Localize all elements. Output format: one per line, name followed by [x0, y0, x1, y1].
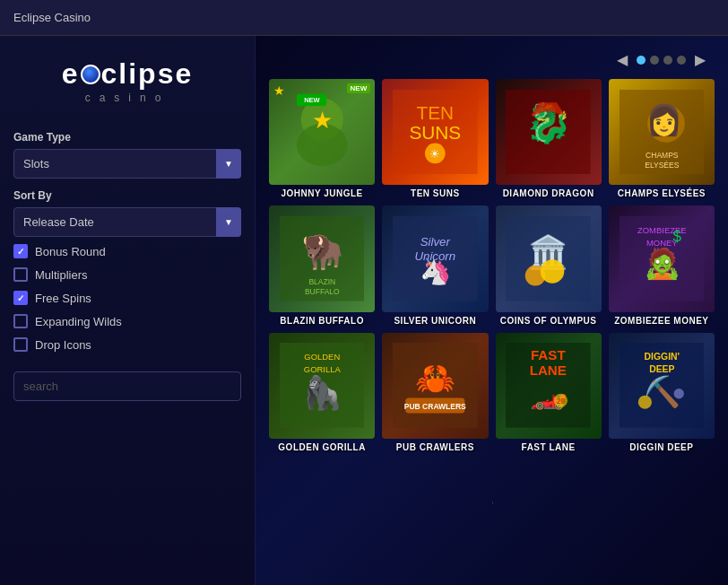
game-card-silver-unicorn[interactable]: Silver Unicorn 🦄 SILVER UNICORN — [382, 205, 488, 325]
sort-by-select[interactable]: Release Date — [13, 207, 241, 237]
svg-text:BLAZIN: BLAZIN — [308, 277, 335, 286]
logo-dot-icon — [81, 65, 100, 84]
svg-text:FAST: FAST — [531, 347, 566, 362]
svg-text:Silver: Silver — [420, 235, 451, 249]
blazin-buffalo-title: BLAZIN BUFFALO — [269, 316, 375, 326]
game-card-fast-lane[interactable]: FAST LANE 🏎️ 29 FAST LANE — [496, 333, 602, 452]
svg-text:CHAMPS: CHAMPS — [646, 151, 679, 160]
svg-text:SUNS: SUNS — [409, 122, 461, 143]
carousel-dots — [637, 56, 686, 65]
carousel-dot-4[interactable] — [677, 56, 686, 65]
filter-free-spins[interactable]: Free Spins — [13, 291, 241, 305]
svg-text:🧟: 🧟 — [643, 246, 680, 282]
tab-eclipse-casino[interactable]: Eclipse Casino — [13, 11, 91, 24]
game-thumb-fast-lane: FAST LANE 🏎️ 29 — [496, 333, 602, 439]
fast-lane-title: FAST LANE — [496, 442, 602, 452]
svg-text:GORILLA: GORILLA — [304, 364, 342, 374]
filter-multipliers[interactable]: Multipliers — [13, 267, 241, 282]
star-badge-icon: ★ — [273, 83, 285, 98]
svg-point-54 — [673, 389, 683, 398]
game-card-golden-gorilla[interactable]: GOLDEN GORILLA 🦍 GOLDEN GORILLA — [269, 333, 375, 452]
expanding-wilds-label: Expanding Wilds — [35, 315, 122, 328]
sidebar: e clipse casino Game Type Slots ▼ Sort B… — [0, 36, 256, 585]
free-spins-checkbox[interactable] — [13, 291, 28, 305]
diggin-deep-title: DIGGIN DEEP — [609, 442, 715, 452]
ten-suns-art: TEN SUNS ☀ — [393, 90, 478, 175]
svg-text:🦬: 🦬 — [301, 231, 344, 272]
logo-text: e clipse — [62, 58, 194, 90]
game-thumb-champs-elysees: 👩 CHAMPS ELYSÉES — [609, 79, 715, 185]
game-card-johnny-jungle[interactable]: ★ NEW ★ NEW JOHNNY JUNGLE — [269, 79, 375, 198]
svg-text:🦄: 🦄 — [420, 256, 452, 287]
bonus-round-checkbox[interactable] — [13, 244, 28, 258]
game-type-section: Game Type Slots ▼ — [13, 131, 241, 179]
drop-icons-checkbox[interactable] — [13, 337, 28, 352]
free-spins-label: Free Spins — [35, 292, 91, 305]
game-card-zombiezee-money[interactable]: ZOMBIEZEE MONEY 🧟 $ ZOMBIEZEE MONEY — [609, 205, 715, 325]
game-card-coins-of-olympus[interactable]: 🏛️ COINS OF OLYMPUS — [496, 205, 602, 325]
svg-text:🦀: 🦀 — [415, 359, 455, 397]
game-card-diamond-dragon[interactable]: 🐉 DIAMOND DRAGON — [496, 79, 602, 198]
zombiezee-money-art: ZOMBIEZEE MONEY 🧟 $ — [620, 216, 705, 301]
carousel-dot-2[interactable] — [650, 56, 659, 65]
filter-expanding-wilds[interactable]: Expanding Wilds — [13, 314, 241, 328]
top-bar: Eclipse Casino — [0, 0, 728, 36]
silver-unicorn-art: Silver Unicorn 🦄 — [393, 216, 478, 301]
silver-unicorn-title: SILVER UNICORN — [382, 316, 488, 326]
game-grid: ★ NEW ★ NEW JOHNNY JUNGLE — [269, 79, 715, 452]
svg-text:PUB CRAWLERS: PUB CRAWLERS — [404, 402, 466, 411]
sort-by-dropdown-container: Release Date ▼ — [13, 207, 241, 237]
diamond-dragon-title: DIAMOND DRAGON — [496, 188, 602, 198]
svg-text:DEEP: DEEP — [649, 364, 674, 374]
game-type-select[interactable]: Slots — [13, 149, 241, 179]
zombiezee-money-title: ZOMBIEZEE MONEY — [609, 316, 715, 326]
diamond-dragon-art: 🐉 — [506, 90, 591, 175]
casino-logo: e clipse casino — [62, 58, 194, 104]
expanding-wilds-checkbox[interactable] — [13, 314, 28, 328]
game-card-diggin-deep[interactable]: DIGGIN' DEEP ⛏️ DIGGIN DEEP — [609, 333, 715, 452]
carousel-dot-1[interactable] — [637, 56, 646, 65]
game-thumb-zombiezee-money: ZOMBIEZEE MONEY 🧟 $ — [609, 205, 715, 311]
svg-text:LANE: LANE — [530, 362, 567, 378]
game-thumb-blazin-buffalo: 🦬 BLAZIN BUFFALO — [269, 205, 375, 311]
game-card-pub-crawlers[interactable]: 🦀 PUB CRAWLERS PUB CRAWLERS — [382, 333, 488, 452]
search-input[interactable] — [13, 371, 241, 401]
carousel-dot-3[interactable] — [663, 56, 672, 65]
svg-point-29 — [541, 259, 564, 283]
game-type-label: Game Type — [13, 131, 241, 144]
carousel-next-button[interactable]: ▶ — [690, 49, 710, 70]
johnny-jungle-art: ★ NEW — [280, 90, 365, 175]
blazin-buffalo-art: 🦬 BLAZIN BUFFALO — [280, 216, 365, 301]
svg-text:TEN: TEN — [417, 102, 455, 123]
game-area: ◀ ▶ ★ N — [256, 36, 728, 585]
filter-drop-icons[interactable]: Drop Icons — [13, 337, 241, 352]
carousel-prev-button[interactable]: ◀ — [612, 49, 632, 70]
game-thumb-silver-unicorn: Silver Unicorn 🦄 — [382, 205, 488, 311]
multipliers-checkbox[interactable] — [13, 267, 28, 282]
svg-text:ELYSÉES: ELYSÉES — [645, 161, 679, 170]
game-card-ten-suns[interactable]: TEN SUNS ☀ TEN SUNS — [382, 79, 488, 198]
coins-of-olympus-art: 🏛️ — [506, 216, 591, 301]
svg-text:NEW: NEW — [304, 96, 320, 104]
coins-of-olympus-title: COINS OF OLYMPUS — [496, 316, 602, 326]
svg-text:$: $ — [672, 228, 681, 245]
multipliers-label: Multipliers — [35, 268, 88, 282]
filter-section: Bonus Round Multipliers Free Spins Expan… — [13, 244, 241, 352]
svg-text:DIGGIN': DIGGIN' — [644, 352, 679, 362]
svg-text:GOLDEN: GOLDEN — [304, 352, 340, 362]
game-thumb-pub-crawlers: 🦀 PUB CRAWLERS — [382, 333, 488, 439]
golden-gorilla-title: GOLDEN GORILLA — [269, 442, 375, 452]
diggin-deep-art: DIGGIN' DEEP ⛏️ — [620, 343, 705, 428]
game-thumb-golden-gorilla: GOLDEN GORILLA 🦍 — [269, 333, 375, 439]
filter-bonus-round[interactable]: Bonus Round — [13, 244, 241, 258]
game-card-champs-elysees[interactable]: 👩 CHAMPS ELYSÉES CHAMPS ELYSÉES — [609, 79, 715, 198]
pub-crawlers-art: 🦀 PUB CRAWLERS — [393, 343, 478, 428]
sort-by-section: Sort By Release Date ▼ — [13, 189, 241, 237]
bonus-round-label: Bonus Round — [35, 245, 106, 258]
game-thumb-diggin-deep: DIGGIN' DEEP ⛏️ — [609, 333, 715, 439]
svg-text:☀: ☀ — [429, 147, 440, 161]
game-card-blazin-buffalo[interactable]: 🦬 BLAZIN BUFFALO BLAZIN BUFFALO — [269, 205, 375, 325]
pub-crawlers-title: PUB CRAWLERS — [382, 442, 488, 452]
svg-point-53 — [637, 396, 651, 409]
drop-icons-label: Drop Icons — [35, 338, 91, 352]
